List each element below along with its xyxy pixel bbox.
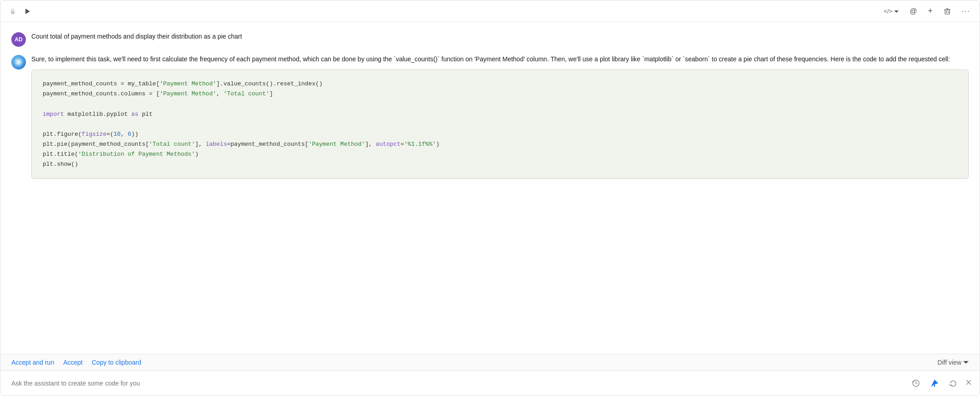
user-message-content: Count total of payment methods and displ… (31, 31, 969, 41)
chat-input[interactable] (8, 378, 910, 389)
run-button[interactable] (21, 5, 34, 18)
delete-button[interactable] (942, 6, 953, 17)
toolbar-right: </> @ + ··· (882, 5, 972, 18)
code-line-4: plt.figure(figsize=(10, 6)) (43, 129, 957, 139)
at-icon: @ (910, 7, 917, 15)
lock-icon (8, 6, 18, 16)
code-line-3: import matplotlib.pyplot as plt (43, 109, 957, 119)
svg-rect-0 (11, 11, 15, 14)
svg-marker-2 (894, 10, 899, 13)
diff-view-button[interactable]: Diff view (937, 359, 969, 366)
svg-rect-3 (945, 10, 950, 14)
add-button[interactable]: + (926, 5, 935, 18)
ai-message-content: Sure, to implement this task, we'll need… (31, 54, 969, 179)
ellipsis-icon: ··· (962, 7, 970, 15)
input-icons (910, 376, 972, 390)
history-button[interactable] (910, 377, 922, 390)
diff-view-area: Diff view (937, 359, 969, 366)
input-area (0, 371, 980, 396)
code-view-label: </> (884, 8, 892, 15)
plus-icon: + (928, 6, 933, 16)
accept-and-run-button[interactable]: Accept and run (11, 359, 54, 366)
code-view-button[interactable]: </> (882, 6, 901, 16)
action-left: Accept and run Accept Copy to clipboard (11, 359, 141, 366)
chat-area: AD Count total of payment methods and di… (0, 22, 980, 354)
copy-to-clipboard-button[interactable]: Copy to clipboard (92, 359, 141, 366)
user-avatar: AD (11, 32, 26, 47)
top-toolbar: </> @ + ··· (0, 0, 980, 22)
code-block: payment_method_counts = my_table['Paymen… (32, 70, 968, 178)
accept-button[interactable]: Accept (63, 359, 83, 366)
send-button[interactable] (928, 376, 941, 390)
main-container: </> @ + ··· (0, 0, 980, 396)
user-avatar-initials: AD (15, 36, 22, 43)
code-line-1: payment_method_counts = my_table['Paymen… (43, 79, 957, 89)
close-button[interactable] (965, 379, 972, 388)
more-options-button[interactable]: ··· (960, 5, 972, 17)
user-message-row: AD Count total of payment methods and di… (11, 31, 969, 47)
ai-message-row: Sure, to implement this task, we'll need… (11, 54, 969, 179)
diff-view-label: Diff view (937, 359, 961, 366)
code-block-wrapper: payment_method_counts = my_table['Paymen… (31, 69, 969, 179)
user-message-text: Count total of payment methods and displ… (31, 33, 242, 40)
code-line-7: plt.show() (43, 159, 957, 169)
at-button[interactable]: @ (908, 5, 919, 17)
action-bar: Accept and run Accept Copy to clipboard … (0, 354, 980, 371)
ai-avatar (11, 55, 26, 69)
code-line-5: plt.pie(payment_method_counts['Total cou… (43, 139, 957, 149)
ai-intro-text: Sure, to implement this task, we'll need… (31, 55, 950, 63)
code-line-2: payment_method_counts.columns = ['Paymen… (43, 89, 957, 99)
toolbar-left (8, 5, 34, 18)
refresh-button[interactable] (947, 377, 960, 390)
code-line-6: plt.title('Distribution of Payment Metho… (43, 149, 957, 159)
svg-marker-1 (25, 9, 30, 14)
svg-marker-8 (963, 361, 969, 364)
